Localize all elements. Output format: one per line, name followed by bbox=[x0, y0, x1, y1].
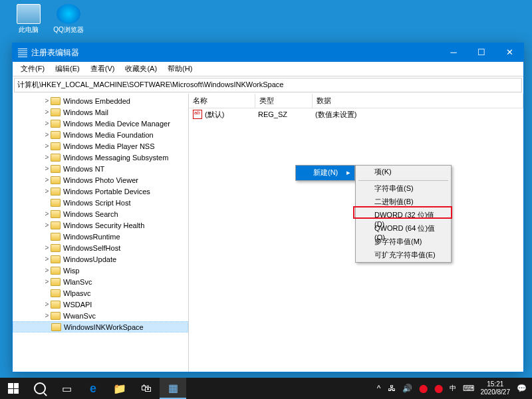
expand-icon[interactable]: > bbox=[43, 108, 51, 116]
tree-item[interactable]: >WindowsUpdate bbox=[13, 253, 188, 265]
expand-icon[interactable]: > bbox=[43, 210, 51, 217]
tray-clock[interactable]: 15:21 2020/8/27 bbox=[481, 380, 511, 396]
tree-item[interactable]: >WSDAPI bbox=[13, 299, 188, 310]
tree-item[interactable]: >Windows Messaging Subsystem bbox=[13, 152, 188, 163]
menu-item-binary[interactable]: 二进制值(B) bbox=[356, 196, 451, 209]
col-header-type[interactable]: 类型 bbox=[255, 94, 313, 108]
expand-icon[interactable]: > bbox=[43, 131, 51, 138]
folder-icon bbox=[51, 210, 61, 218]
folder-icon bbox=[51, 244, 61, 252]
tray-language[interactable]: 中 bbox=[450, 384, 456, 393]
expand-icon[interactable]: > bbox=[43, 301, 51, 308]
tree-item[interactable]: >WwanSvc bbox=[13, 310, 188, 321]
tree-item[interactable]: >WindowsSelfHost bbox=[13, 242, 188, 253]
close-button[interactable]: ✕ bbox=[495, 43, 523, 62]
expand-icon[interactable]: > bbox=[43, 267, 51, 274]
task-view-button[interactable]: ▭ bbox=[53, 378, 80, 399]
taskbar-store[interactable]: 🛍 bbox=[133, 378, 160, 399]
expand-icon[interactable]: > bbox=[43, 244, 51, 251]
titlebar[interactable]: 注册表编辑器 ─ ☐ ✕ bbox=[13, 43, 523, 62]
tree-item[interactable]: >Windows Search bbox=[13, 208, 188, 219]
values-header: 名称 类型 数据 bbox=[189, 94, 523, 108]
tree-item[interactable]: WindowsRuntime bbox=[13, 231, 188, 242]
tray-date: 2020/8/27 bbox=[481, 388, 511, 396]
expand-icon[interactable]: > bbox=[43, 154, 51, 161]
menu-file[interactable]: 文件(F) bbox=[15, 62, 50, 76]
tree-item-label: WindowsRuntime bbox=[63, 233, 120, 241]
start-button[interactable] bbox=[0, 378, 27, 399]
tree-item[interactable]: >Wisp bbox=[13, 265, 188, 276]
tree-item[interactable]: >Windows Media Device Manager bbox=[13, 118, 188, 129]
expand-icon[interactable]: > bbox=[43, 221, 51, 229]
search-icon bbox=[34, 382, 46, 394]
tree-item[interactable]: >Windows Embedded bbox=[13, 95, 188, 106]
menu-item-multistring[interactable]: 多字符串值(M) bbox=[356, 235, 451, 249]
tree-item[interactable]: >Windows Mail bbox=[13, 106, 188, 118]
tray-keyboard-icon[interactable]: ⌨ bbox=[463, 384, 474, 393]
folder-icon bbox=[51, 312, 61, 320]
expand-icon[interactable]: > bbox=[43, 165, 51, 172]
menu-item-string[interactable]: 字符串值(S) bbox=[356, 182, 451, 196]
tray-network-icon[interactable]: 🖧 bbox=[388, 384, 396, 393]
expand-icon[interactable]: > bbox=[43, 312, 51, 319]
expand-icon[interactable]: > bbox=[43, 255, 51, 263]
folder-icon bbox=[51, 142, 61, 150]
tree-item[interactable]: Wlpasvc bbox=[13, 287, 188, 299]
tray-notifications-icon[interactable]: 💬 bbox=[517, 384, 527, 393]
taskbar-regedit[interactable]: ▦ bbox=[160, 378, 186, 399]
tree-item[interactable]: >Windows NT bbox=[13, 163, 188, 174]
folder-icon bbox=[51, 131, 61, 139]
tree-item-label: WindowsINKWorkSpace bbox=[64, 323, 144, 331]
menu-item-expandstring[interactable]: 可扩充字符串值(E) bbox=[356, 249, 451, 262]
menu-item-label: 新建(N) bbox=[313, 168, 338, 176]
tray-chevron-up-icon[interactable]: ^ bbox=[377, 384, 381, 393]
taskbar-edge[interactable]: e bbox=[80, 378, 106, 399]
menu-item-dword[interactable]: DWORD (32 位)值(D) bbox=[356, 209, 451, 222]
tree-item[interactable]: >WlanSvc bbox=[13, 276, 188, 287]
col-header-name[interactable]: 名称 bbox=[189, 94, 255, 108]
menu-item-new[interactable]: 新建(N) ▸ bbox=[296, 166, 354, 180]
folder-icon bbox=[51, 289, 61, 297]
tree-item-label: WindowsUpdate bbox=[63, 255, 116, 263]
tree-item[interactable]: >Windows Media Player NSS bbox=[13, 140, 188, 152]
address-bar[interactable]: 计算机\HKEY_LOCAL_MACHINE\SOFTWARE\Microsof… bbox=[14, 78, 522, 92]
minimize-button[interactable]: ─ bbox=[440, 43, 467, 62]
tree-item-label: Windows Media Foundation bbox=[63, 131, 154, 139]
expand-icon[interactable]: > bbox=[43, 278, 51, 285]
expand-icon[interactable]: > bbox=[43, 176, 51, 184]
menu-item-qword[interactable]: QWORD (64 位)值(Q) bbox=[356, 222, 451, 235]
tree-item[interactable]: >Windows Security Health bbox=[13, 219, 188, 231]
menu-view[interactable]: 查看(V) bbox=[85, 62, 120, 76]
tree-item-label: WwanSvc bbox=[63, 312, 96, 320]
folder-icon bbox=[51, 97, 61, 105]
tray-volume-icon[interactable]: 🔊 bbox=[402, 384, 412, 393]
expand-icon[interactable]: > bbox=[43, 97, 51, 104]
tree-item[interactable]: >Windows Media Foundation bbox=[13, 129, 188, 140]
expand-icon[interactable]: > bbox=[43, 120, 51, 127]
taskbar-explorer[interactable]: 📁 bbox=[106, 378, 133, 399]
tree-item[interactable]: Windows Script Host bbox=[13, 197, 188, 208]
tree-item-label: WSDAPI bbox=[63, 301, 92, 309]
maximize-button[interactable]: ☐ bbox=[467, 43, 495, 62]
tray-status-icon[interactable]: ⬤ bbox=[434, 384, 443, 393]
registry-tree[interactable]: >Windows Embedded>Windows Mail>Windows M… bbox=[13, 94, 189, 372]
search-button[interactable] bbox=[27, 378, 53, 399]
tree-item[interactable]: WindowsINKWorkSpace bbox=[13, 321, 188, 332]
tree-item-label: Windows Media Player NSS bbox=[63, 142, 155, 150]
menu-help[interactable]: 帮助(H) bbox=[162, 62, 198, 76]
col-header-data[interactable]: 数据 bbox=[313, 94, 523, 108]
value-row[interactable]: (默认) REG_SZ (数值未设置) bbox=[189, 108, 523, 120]
desktop-icon-qq-browser[interactable]: QQ浏览器 bbox=[50, 4, 87, 35]
expand-icon[interactable]: > bbox=[43, 142, 51, 150]
folder-icon bbox=[51, 120, 61, 128]
tree-item[interactable]: >Windows Portable Devices bbox=[13, 186, 188, 197]
desktop-icon-this-pc[interactable]: 此电脑 bbox=[10, 4, 47, 35]
menu-favorites[interactable]: 收藏夹(A) bbox=[120, 62, 162, 76]
menu-edit[interactable]: 编辑(E) bbox=[50, 62, 85, 76]
tree-item-label: Windows Portable Devices bbox=[63, 188, 150, 196]
tray-shield-icon[interactable]: ⬤ bbox=[419, 384, 428, 393]
menu-item-key[interactable]: 项(K) bbox=[356, 166, 451, 179]
tree-item[interactable]: >Windows Photo Viewer bbox=[13, 174, 188, 186]
tree-item-label: Wisp bbox=[63, 267, 79, 275]
expand-icon[interactable]: > bbox=[43, 188, 51, 195]
